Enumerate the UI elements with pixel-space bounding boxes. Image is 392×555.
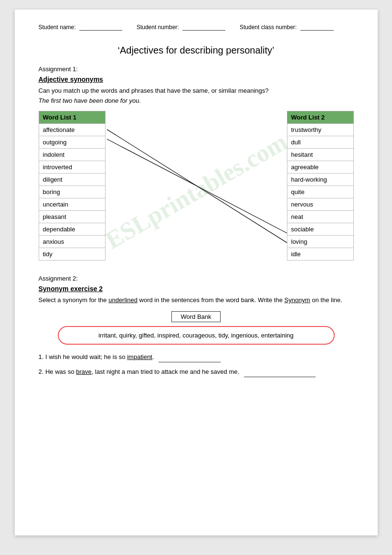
svg-line-0 <box>107 130 287 243</box>
word-list-1-item: uncertain <box>39 198 105 211</box>
questions-list: 1. I wish he would wait; he is so impati… <box>39 352 354 377</box>
word-list-1-header: Word List 1 <box>39 111 105 124</box>
word-list-1-item: indolent <box>39 149 105 161</box>
word-bank-oval: irritant, quirky, gifted, inspired, cour… <box>58 326 335 345</box>
word-list-1-item: boring <box>39 186 105 198</box>
word-list-2-item: nervous <box>287 198 353 211</box>
word-list-1-item: diligent <box>39 174 105 186</box>
word-list-2-item: hard-working <box>287 174 353 186</box>
word-list-1-item: pleasant <box>39 211 105 223</box>
student-info-row: Student name: Student number: Student cl… <box>39 24 354 31</box>
underlined-word-ref: underlined <box>108 296 138 304</box>
word-list-2-item: hesitant <box>287 149 353 161</box>
student-class-line[interactable] <box>300 30 334 31</box>
word-list-2-item: dull <box>287 136 353 149</box>
word-list-1-item: tidy <box>39 248 105 261</box>
word-list-1-table: Word List 1 affectionateoutgoingindolent… <box>39 111 106 261</box>
assignment1-heading: Adjective synonyms <box>39 76 354 83</box>
svg-line-1 <box>107 139 287 233</box>
word-list-2-item: agreeable <box>287 161 353 174</box>
word-list-2-item: loving <box>287 236 353 248</box>
word-list-2-item: idle <box>287 248 353 261</box>
assignment1-instruction1: Can you match up the words and phrases t… <box>39 87 354 94</box>
assignment2-section: Assignment 2: Synonym exercise 2 Select … <box>39 275 354 377</box>
page: ESLprintables.com Student name: Student … <box>15 10 378 535</box>
assignment1-instruction2: The first two have been done for you. <box>39 97 354 104</box>
q1-suffix: . <box>152 353 156 360</box>
word-list-2-item: sociable <box>287 223 353 236</box>
q2-number: 2. <box>39 368 45 375</box>
question-2: 2. He was so brave, last night a man tri… <box>39 367 354 377</box>
word-list-1-item: introverted <box>39 161 105 174</box>
word-list-2-body: trustworthydullhesitantagreeablehard-wor… <box>287 124 353 261</box>
q1-number: 1. <box>39 353 45 360</box>
word-list-1-item: anxious <box>39 236 105 248</box>
word-list-1-item: dependable <box>39 223 105 236</box>
q2-text-after: , last night a man tried to attack me an… <box>92 368 241 375</box>
word-list-1-item: affectionate <box>39 124 105 136</box>
q1-underlined: impatient <box>127 353 152 360</box>
word-list-2-item: neat <box>287 211 353 223</box>
word-list-2-item: trustworthy <box>287 124 353 136</box>
word-list-1-body: affectionateoutgoingindolentintrovertedd… <box>39 124 105 261</box>
q2-underlined: brave <box>76 368 92 375</box>
q1-text: I wish he would wait; he is so <box>45 353 127 360</box>
word-lists-container: Word List 1 affectionateoutgoingindolent… <box>39 111 354 261</box>
word-list-2-item: quite <box>287 186 353 198</box>
word-bank-wrapper: Word Bank irritant, quirky, gifted, insp… <box>39 311 354 345</box>
assignment1-label: Assignment 1: <box>39 65 354 73</box>
student-class-label: Student class number: <box>240 24 334 31</box>
assignment2-heading: Synonym exercise 2 <box>39 285 354 293</box>
assignment2-instruction: Select a synonym for the underlined word… <box>39 296 354 304</box>
page-title: ‘Adjectives for describing personality’ <box>39 45 354 56</box>
word-bank-label: Word Bank <box>171 311 220 322</box>
assignment2-label: Assignment 2: <box>39 275 354 282</box>
q2-answer-line[interactable] <box>244 377 316 377</box>
synonym-word-ref: Synonym <box>284 296 310 304</box>
student-name-label: Student name: <box>39 24 122 31</box>
q1-answer-line[interactable] <box>159 362 221 362</box>
question-1: 1. I wish he would wait; he is so impati… <box>39 352 354 362</box>
student-name-line[interactable] <box>79 30 122 31</box>
word-list-1-item: outgoing <box>39 136 105 149</box>
student-number-line[interactable] <box>182 30 225 31</box>
word-list-2-table: Word List 2 trustworthydullhesitantagree… <box>287 111 354 261</box>
q2-text-before: He was so <box>45 368 76 375</box>
word-list-2-header: Word List 2 <box>287 111 353 124</box>
student-number-label: Student number: <box>137 24 225 31</box>
